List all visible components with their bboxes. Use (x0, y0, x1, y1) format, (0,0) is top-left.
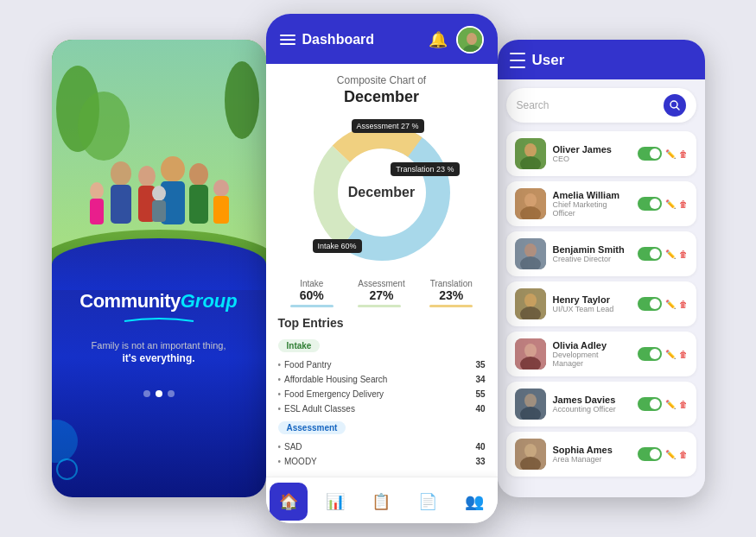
hamburger-icon-user[interactable] (510, 53, 525, 68)
entry-food-pantry: • Food Pantry 35 (278, 357, 486, 372)
name-olivia: Olivia Adley (553, 340, 631, 351)
badge-intake: Intake (278, 339, 321, 352)
svg-point-28 (524, 143, 537, 157)
toggle-amelia[interactable] (638, 197, 662, 211)
toggle-sophia[interactable] (638, 447, 662, 461)
nav-doc[interactable]: 📄 (409, 483, 447, 521)
svg-point-37 (524, 294, 537, 307)
brand-group: Group (181, 290, 238, 312)
edit-benjamin[interactable]: ✏️ (665, 250, 676, 259)
chart-icon: 📊 (326, 492, 345, 511)
edit-james[interactable]: ✏️ (665, 400, 676, 409)
tagline1: Family is not an important thing, (92, 340, 226, 351)
actions-james: ✏️ 🗑 (638, 397, 688, 411)
toggle-oliver[interactable] (638, 147, 662, 161)
toggle-henry[interactable] (638, 297, 662, 311)
avatar-oliver (515, 138, 546, 169)
edit-henry[interactable]: ✏️ (665, 300, 676, 309)
svg-point-17 (152, 186, 166, 201)
actions-henry: ✏️ 🗑 (638, 297, 688, 311)
entry-food-emergency: • Food Emergency Delivery 55 (278, 387, 486, 401)
user-avatar-header[interactable] (456, 26, 484, 54)
badge-assessment: Assessment (278, 421, 346, 434)
dot-2[interactable] (156, 390, 162, 397)
svg-rect-14 (90, 199, 104, 224)
nav-list[interactable]: 📋 (362, 483, 400, 521)
screen-dashboard: Dashboard 🔔 Composite Chart of December (266, 14, 498, 523)
role-henry: UI/UX Team Lead (553, 305, 631, 313)
hamburger-icon[interactable] (280, 35, 295, 45)
search-bar[interactable]: Search (506, 88, 696, 123)
delete-benjamin[interactable]: 🗑 (679, 250, 688, 259)
donut-center-label: December (348, 185, 415, 200)
svg-point-2 (225, 61, 259, 139)
delete-olivia[interactable]: 🗑 (679, 350, 688, 359)
name-oliver: Oliver James (553, 144, 631, 155)
role-amelia: Chief Marketing Officer (553, 200, 631, 218)
screen-users: User Search (498, 40, 705, 497)
svg-point-40 (524, 344, 537, 357)
dot-3[interactable] (168, 390, 175, 397)
user-header: User (498, 40, 705, 79)
toggle-olivia[interactable] (638, 347, 662, 361)
delete-henry[interactable]: 🗑 (679, 300, 688, 309)
svg-point-9 (161, 156, 185, 182)
brand-community: Community (79, 290, 181, 312)
tooltip-translation: Translation 23 % (391, 162, 459, 176)
home-icon: 🏠 (279, 492, 298, 511)
name-benjamin: Benjamin Smith (553, 244, 631, 255)
user-card-sophia: Sophia Ames Area Manager ✏️ 🗑 (506, 432, 696, 477)
toggle-james[interactable] (638, 397, 662, 411)
svg-point-34 (524, 243, 537, 257)
list-icon: 📋 (372, 492, 391, 511)
info-olivia: Olivia Adley Development Manager (553, 340, 631, 368)
nav-chart[interactable]: 📊 (316, 483, 354, 521)
header-right: 🔔 (429, 26, 484, 54)
edit-amelia[interactable]: ✏️ (665, 199, 676, 209)
svg-point-3 (78, 92, 130, 161)
svg-rect-18 (152, 200, 166, 222)
user-card-olivia: Olivia Adley Development Manager ✏️ 🗑 (506, 332, 696, 376)
name-james: James Davies (553, 395, 631, 405)
screens-container: CommunityGroup Family is not an importan… (0, 0, 756, 537)
nav-home[interactable]: 🏠 (270, 483, 308, 521)
svg-point-13 (90, 182, 104, 199)
tooltip-assessment: Assessment 27 % (352, 119, 424, 133)
dot-indicators (143, 390, 175, 397)
delete-oliver[interactable]: 🗑 (679, 149, 688, 159)
user-list-content: Search Oliver James CEO (498, 79, 705, 492)
delete-sophia[interactable]: 🗑 (679, 450, 688, 459)
brand-logo: CommunityGroup (52, 290, 266, 328)
svg-line-26 (677, 107, 679, 110)
info-sophia: Sophia Ames Area Manager (553, 445, 631, 464)
header-left: Dashboard (280, 32, 375, 47)
search-button[interactable] (664, 94, 686, 117)
chart-subtitle: Composite Chart of (278, 74, 486, 86)
user-card-henry: Henry Taylor UI/UX Team Lead ✏️ 🗑 (506, 281, 696, 326)
role-benjamin: Creative Director (553, 255, 631, 263)
bell-icon[interactable]: 🔔 (429, 30, 448, 49)
avatar-james (515, 389, 546, 420)
edit-olivia[interactable]: ✏️ (665, 350, 676, 359)
user-card-oliver: Oliver James CEO ✏️ 🗑 (506, 131, 696, 176)
info-benjamin: Benjamin Smith Creative Director (553, 244, 631, 263)
dashboard-content: Composite Chart of December December Ass… (266, 64, 498, 477)
edit-sophia[interactable]: ✏️ (665, 450, 676, 459)
toggle-benjamin[interactable] (638, 247, 662, 261)
name-sophia: Sophia Ames (553, 445, 631, 455)
info-henry: Henry Taylor UI/UX Team Lead (553, 294, 631, 313)
donut-chart: December Assessment 27 % Translation 23 … (304, 115, 460, 270)
tooltip-intake: Intake 60% (313, 239, 362, 253)
nav-users[interactable]: 👥 (455, 483, 493, 521)
dashboard-title: Dashboard (302, 32, 375, 47)
info-amelia: Amelia William Chief Marketing Officer (553, 190, 631, 218)
dot-1[interactable] (143, 390, 150, 397)
svg-point-7 (138, 166, 156, 186)
delete-james[interactable]: 🗑 (679, 400, 688, 409)
svg-point-15 (213, 180, 229, 197)
entry-housing: • Affordable Housing Search 34 (278, 372, 486, 387)
delete-amelia[interactable]: 🗑 (679, 199, 688, 209)
edit-oliver[interactable]: ✏️ (665, 149, 676, 159)
user-card-amelia: Amelia William Chief Marketing Officer ✏… (506, 181, 696, 226)
top-entries-section: Top Entries Intake • Food Pantry 35 • Af… (278, 316, 486, 469)
